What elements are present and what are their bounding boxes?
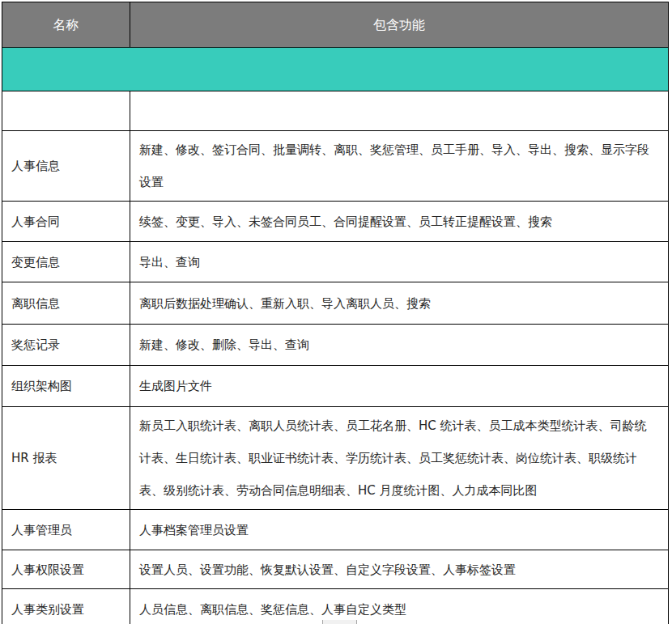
section-divider-row (2, 47, 668, 91)
module-name: 组织架构图 (11, 370, 72, 402)
row-name-cell: 人事信息 (2, 131, 130, 201)
module-name: 人事管理员 (11, 514, 72, 546)
module-name: 人事权限设置 (11, 554, 84, 586)
table-row: 组织架构图 生成图片文件 (2, 365, 668, 406)
module-name: 人事合同 (11, 206, 60, 238)
header-name-label: 名称 (53, 9, 79, 41)
table-row: 人事管理员 人事档案管理员设置 (2, 509, 668, 550)
table-header-row: 名称 包含功能 (2, 2, 668, 47)
table-row: 人事合同 续签、变更、导入、未签合同员工、合同提醒设置、员工转正提醒设置、搜索 (2, 201, 668, 241)
header-features-label: 包含功能 (373, 9, 425, 41)
row-features-cell: 人员信息、离职信息、奖惩信息、人事自定义类型 (130, 589, 668, 624)
module-name: HR 报表 (11, 442, 57, 474)
row-name-cell: 奖惩记录 (2, 325, 130, 365)
module-features: 新建、修改、签订合同、批量调转、离职、奖惩管理、员工手册、导入、导出、搜索、显示… (139, 134, 657, 198)
table-row: 人事信息 新建、修改、签订合同、批量调转、离职、奖惩管理、员工手册、导入、导出、… (2, 130, 668, 201)
row-features-cell: 生成图片文件 (130, 366, 668, 406)
module-features: 新建、修改、删除、导出、查询 (139, 329, 309, 361)
module-features: 设置人员、设置功能、恢复默认设置、自定义字段设置、人事标签设置 (139, 554, 516, 586)
table-row: 人事权限设置 设置人员、设置功能、恢复默认设置、自定义字段设置、人事标签设置 (2, 550, 668, 588)
module-features: 续签、变更、导入、未签合同员工、合同提醒设置、员工转正提醒设置、搜索 (139, 206, 552, 238)
row-features-cell: 新建、修改、签订合同、批量调转、离职、奖惩管理、员工手册、导入、导出、搜索、显示… (130, 131, 668, 201)
row-name-cell: 变更信息 (2, 242, 130, 282)
module-features: 生成图片文件 (139, 370, 212, 402)
row-features-cell: 新建、修改、删除、导出、查询 (130, 325, 668, 365)
module-features: 离职后数据处理确认、重新入职、导入离职人员、搜索 (139, 287, 431, 320)
table-row: 人事类别设置 人员信息、离职信息、奖惩信息、人事自定义类型 (2, 588, 668, 624)
row-features-cell: 新员工入职统计表、离职人员统计表、员工花名册、HC 统计表、员工成本类型统计表、… (130, 407, 668, 509)
row-features-cell: 离职后数据处理确认、重新入职、导入离职人员、搜索 (130, 282, 668, 324)
row-name-cell: 人事管理员 (2, 510, 130, 550)
module-name: 人事信息 (11, 150, 60, 182)
module-features: 新员工入职统计表、离职人员统计表、员工花名册、HC 统计表、员工成本类型统计表、… (139, 410, 657, 507)
module-name: 变更信息 (11, 246, 60, 278)
row-name-cell: 人事权限设置 (2, 550, 130, 588)
row-name-cell: 组织架构图 (2, 366, 130, 406)
row-features-cell: 续签、变更、导入、未签合同员工、合同提醒设置、员工转正提醒设置、搜索 (130, 202, 668, 241)
row-features-cell: 人事档案管理员设置 (130, 510, 668, 550)
module-features: 人员信息、离职信息、奖惩信息、人事自定义类型 (139, 593, 406, 624)
empty-name-cell (2, 91, 130, 130)
table-row: HR 报表 新员工入职统计表、离职人员统计表、员工花名册、HC 统计表、员工成本… (2, 406, 668, 509)
row-name-cell: HR 报表 (2, 407, 130, 509)
table-row: 变更信息 导出、查询 (2, 241, 668, 282)
scrollbar-thumb[interactable] (322, 620, 357, 624)
module-name: 奖惩记录 (11, 329, 60, 361)
row-name-cell: 人事类别设置 (2, 589, 130, 624)
table-row: 离职信息 离职后数据处理确认、重新入职、导入离职人员、搜索 (2, 282, 668, 324)
module-name: 离职信息 (11, 287, 60, 320)
module-features: 导出、查询 (139, 246, 200, 278)
module-name: 人事类别设置 (11, 593, 84, 624)
table-row: 奖惩记录 新建、修改、删除、导出、查询 (2, 324, 668, 365)
feature-table: 名称 包含功能 人事信息 新建、修改、签订合同、批量调转、离职、奖惩管理、员工手… (2, 2, 669, 624)
row-name-cell: 人事合同 (2, 202, 130, 241)
empty-row (2, 91, 668, 130)
header-cell-features: 包含功能 (130, 2, 668, 47)
header-cell-name: 名称 (2, 2, 130, 47)
row-features-cell: 设置人员、设置功能、恢复默认设置、自定义字段设置、人事标签设置 (130, 550, 668, 588)
module-features: 人事档案管理员设置 (139, 514, 249, 546)
row-name-cell: 离职信息 (2, 282, 130, 324)
row-features-cell: 导出、查询 (130, 242, 668, 282)
empty-features-cell (130, 91, 668, 130)
